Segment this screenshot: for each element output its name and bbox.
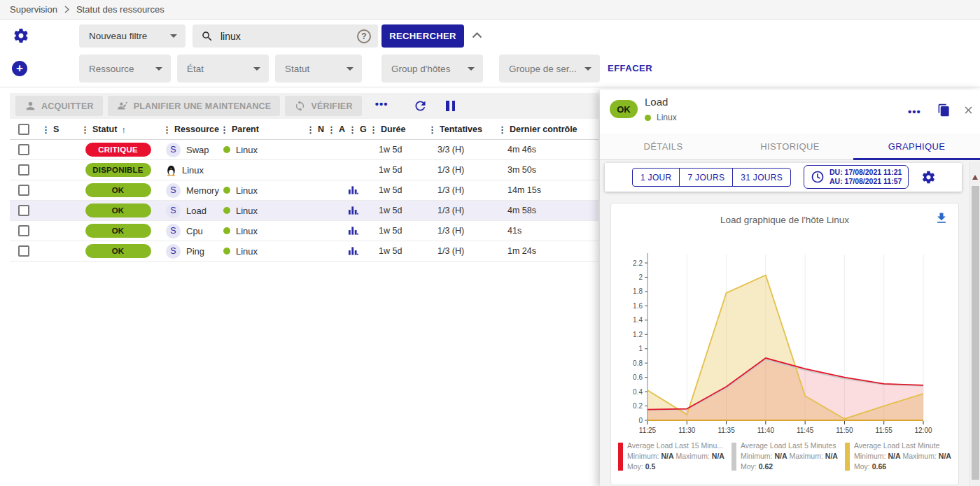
breadcrumb-item-supervision[interactable]: Supervision	[10, 4, 57, 15]
row-checkbox[interactable]	[18, 205, 29, 216]
parent-name[interactable]: Linux	[236, 145, 258, 155]
legend-item[interactable]: Average Load Last Minute Minimum: N/A Ma…	[845, 441, 958, 471]
parent-name[interactable]: Linux	[236, 246, 258, 257]
drag-handle-icon[interactable]	[80, 123, 92, 136]
drag-handle-icon[interactable]	[348, 123, 360, 136]
saved-filter-select[interactable]: Nouveau filtre	[79, 24, 186, 48]
column-header-severity[interactable]: S	[38, 119, 74, 139]
graph-icon[interactable]	[348, 245, 358, 257]
row-checkbox[interactable]	[18, 225, 29, 236]
range-31-days-button[interactable]: 31 JOURS	[732, 168, 791, 187]
row-checkbox[interactable]	[18, 245, 29, 257]
custom-period-button[interactable]: DU: 17/08/2021 11:21 AU: 17/08/2021 11:5…	[804, 165, 909, 189]
clear-filters-link[interactable]: EFFACER	[608, 63, 652, 73]
acknowledge-button[interactable]: ACQUITTER	[15, 96, 103, 116]
parent-name[interactable]: Linux	[236, 185, 258, 196]
criteria-hostgroup-select[interactable]: Group d'hôtes	[382, 55, 483, 83]
svg-text:2.2: 2.2	[633, 259, 643, 267]
tab-details[interactable]: DÉTAILS	[600, 134, 727, 159]
criteria-resource-select[interactable]: Ressource	[79, 55, 171, 83]
breadcrumb: Supervision Statut des ressources	[0, 0, 980, 20]
resource-name[interactable]: Ping	[186, 246, 204, 257]
criteria-state-select[interactable]: État	[177, 55, 269, 83]
criteria-servicegroup-select[interactable]: Groupe de ser...	[499, 55, 600, 83]
search-help-icon[interactable]: ?	[357, 29, 371, 43]
row-checkbox[interactable]	[18, 185, 29, 196]
check-button[interactable]: VÉRIFIER	[285, 96, 361, 116]
service-icon: S	[166, 244, 181, 259]
breadcrumb-item-statut-des-ressources[interactable]: Statut des ressources	[76, 4, 164, 15]
search-input[interactable]	[220, 31, 357, 42]
range-1-day-button[interactable]: 1 JOUR	[632, 168, 680, 187]
range-7-days-button[interactable]: 7 JOURS	[679, 168, 733, 187]
drag-handle-icon[interactable]	[327, 123, 339, 136]
column-header-a[interactable]: A	[324, 119, 345, 139]
graph-icon[interactable]	[348, 205, 358, 216]
filter-settings-gear-icon[interactable]	[13, 27, 29, 44]
pause-autorefresh-icon[interactable]	[446, 101, 455, 111]
drag-handle-icon[interactable]	[220, 123, 232, 136]
parent-name[interactable]: Linux	[236, 226, 258, 236]
table-row[interactable]: OK S Ping Linux 1w 5d 1/3 (H) 1m 24s	[10, 241, 598, 262]
column-header-n[interactable]: N	[303, 119, 324, 139]
table-row[interactable]: CRITIQUE S Swap Linux 1w 5d 3/3 (H) 4m 4…	[10, 140, 598, 160]
scroll-up-arrow-icon[interactable]	[972, 175, 978, 180]
scrollbar-thumb[interactable]	[972, 186, 979, 480]
parent-name[interactable]: Linux	[236, 206, 258, 216]
drag-handle-icon[interactable]	[41, 123, 53, 136]
resource-name[interactable]: Swap	[186, 145, 209, 155]
graph-icon[interactable]	[348, 225, 358, 236]
resource-name[interactable]: Memory	[186, 185, 219, 196]
svg-text:2: 2	[638, 273, 643, 281]
svg-text:0.8: 0.8	[633, 359, 643, 367]
drag-handle-icon[interactable]	[162, 123, 174, 136]
add-criteria-button[interactable]: +	[12, 61, 27, 76]
row-checkbox[interactable]	[18, 144, 29, 155]
copy-link-icon[interactable]	[937, 103, 951, 117]
set-maintenance-button[interactable]: PLANIFIER UNE MAINTENANCE	[108, 96, 281, 116]
collapse-filters-chevron-up-icon[interactable]	[472, 32, 482, 38]
column-header-tries[interactable]: Tentatives	[425, 119, 495, 139]
drag-handle-icon[interactable]	[498, 123, 510, 136]
table-row[interactable]: OK S Load Linux 1w 5d 1/3 (H) 4m 58s	[10, 201, 598, 221]
sort-asc-icon[interactable]	[117, 123, 126, 136]
download-icon[interactable]	[934, 211, 948, 225]
panel-scrollbar[interactable]	[969, 162, 980, 486]
column-header-last-check[interactable]: Dernier contrôle	[495, 119, 598, 139]
search-icon	[201, 30, 214, 43]
legend-item[interactable]: Average Load Last 5 Minutes Minimum: N/A…	[732, 441, 845, 471]
duration-value: 1w 5d	[366, 140, 425, 159]
drag-handle-icon[interactable]	[306, 123, 318, 136]
tab-historique[interactable]: HISTORIQUE	[727, 134, 853, 159]
column-header-parent[interactable]: Parent	[217, 119, 303, 139]
column-header-status[interactable]: Statut	[74, 119, 160, 139]
tries-value: 3/3 (H)	[425, 140, 495, 159]
select-all-checkbox[interactable]	[18, 124, 29, 135]
tries-value: 1/3 (H)	[425, 180, 495, 200]
table-row[interactable]: OK S Cpu Linux 1w 5d 1/3 (H) 41s	[10, 221, 598, 241]
search-button[interactable]: RECHERCHER	[382, 24, 464, 48]
more-actions-icon[interactable]: •••	[375, 98, 388, 110]
row-checkbox[interactable]	[18, 164, 29, 176]
column-header-g[interactable]: G	[345, 119, 366, 139]
table-row[interactable]: OK S Memory Linux 1w 5d 1/3 (H) 14m 15s	[10, 180, 598, 201]
svg-text:11:55: 11:55	[876, 427, 893, 434]
graph-settings-gear-icon[interactable]	[921, 170, 936, 185]
column-header-resource[interactable]: Ressource	[160, 119, 217, 139]
column-header-duration[interactable]: Durée	[366, 119, 425, 139]
tab-graphique[interactable]: GRAPHIQUE	[853, 134, 980, 159]
drag-handle-icon[interactable]	[428, 123, 440, 136]
resource-name[interactable]: Cpu	[186, 226, 203, 236]
criteria-status-select[interactable]: Statut	[275, 55, 362, 83]
legend-color-bar	[732, 443, 736, 471]
drag-handle-icon[interactable]	[369, 123, 381, 136]
resource-name[interactable]: Load	[186, 206, 206, 216]
panel-more-actions-icon[interactable]: •••	[908, 106, 921, 117]
resource-name[interactable]: Linux	[182, 165, 204, 176]
refresh-icon[interactable]	[413, 99, 428, 113]
panel-parent: Linux	[645, 113, 677, 122]
close-icon[interactable]	[962, 104, 974, 116]
legend-item[interactable]: Average Load Last 15 Minu... Minimum: N/…	[618, 441, 732, 471]
table-row[interactable]: DISPONIBLE Linux 1w 5d 1/3 (H) 3m 50s	[10, 160, 598, 180]
graph-icon[interactable]	[348, 185, 358, 196]
